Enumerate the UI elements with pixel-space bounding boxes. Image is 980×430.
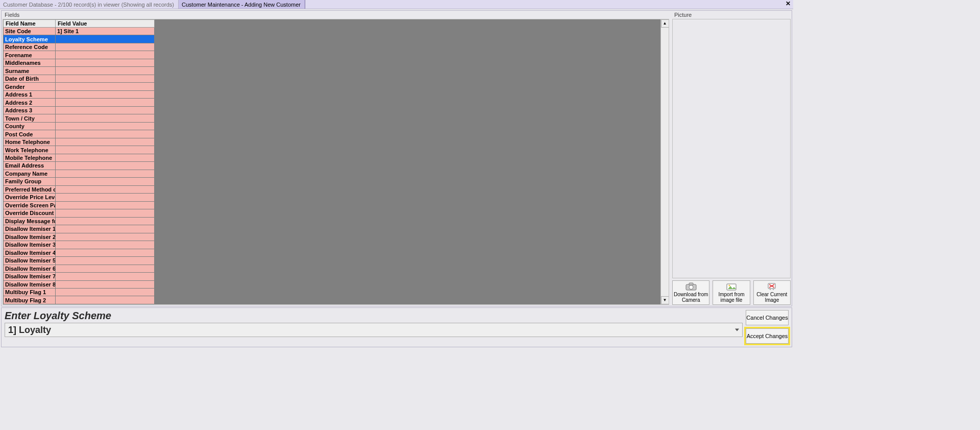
field-name-cell[interactable]: Home Telephone — [4, 138, 56, 146]
field-name-cell[interactable]: Disallow Itemiser 3 — [4, 241, 56, 249]
table-row[interactable]: Company Name — [4, 170, 155, 177]
field-name-cell[interactable]: Surname — [4, 67, 56, 75]
loyalty-scheme-combo[interactable]: 1] Loyalty — [5, 323, 743, 337]
field-value-cell[interactable] — [56, 296, 155, 304]
field-value-cell[interactable] — [56, 114, 155, 122]
field-value-cell[interactable] — [56, 75, 155, 82]
field-value-cell[interactable] — [56, 130, 155, 138]
import-from-file-button[interactable]: Import from image file — [713, 280, 750, 305]
table-row[interactable]: Reference Code — [4, 43, 155, 51]
table-row[interactable]: Disallow Itemiser 3 — [4, 241, 155, 249]
table-row[interactable]: Post Code — [4, 130, 155, 138]
field-value-cell[interactable] — [56, 178, 155, 185]
field-name-cell[interactable]: Override Discount Percentage — [4, 209, 56, 217]
cancel-changes-button[interactable]: Cancel Changes — [746, 310, 789, 325]
field-value-cell[interactable] — [56, 67, 155, 75]
field-value-cell[interactable] — [56, 257, 155, 265]
table-row[interactable]: Mobile Telephone — [4, 154, 155, 161]
field-name-cell[interactable]: Address 3 — [4, 106, 56, 114]
field-value-cell[interactable] — [56, 162, 155, 170]
field-value-cell[interactable] — [56, 99, 155, 106]
field-value-cell[interactable] — [56, 138, 155, 146]
grid-header-value[interactable]: Field Value — [56, 20, 155, 28]
accept-changes-button[interactable]: Accept Changes — [746, 328, 789, 344]
table-row[interactable]: Town / City — [4, 114, 155, 122]
field-name-cell[interactable]: Reference Code — [4, 43, 56, 51]
field-value-cell[interactable] — [56, 225, 155, 233]
field-value-cell[interactable] — [56, 122, 155, 130]
table-row[interactable]: Disallow Itemiser 4 — [4, 249, 155, 256]
vertical-scrollbar[interactable]: ▲ ▼ — [660, 19, 669, 304]
field-name-cell[interactable]: Disallow Itemiser 7 — [4, 273, 56, 280]
clear-image-button[interactable]: Clear Current Image — [753, 280, 791, 305]
field-value-cell[interactable] — [56, 185, 155, 193]
table-row[interactable]: Gender — [4, 83, 155, 90]
field-value-cell[interactable] — [56, 194, 155, 201]
table-row[interactable]: Family Group — [4, 178, 155, 185]
field-name-cell[interactable]: Loyalty Scheme — [4, 35, 56, 43]
field-name-cell[interactable]: Post Code — [4, 130, 56, 138]
table-row[interactable]: Disallow Itemiser 5 — [4, 257, 155, 265]
table-row[interactable]: Address 2 — [4, 99, 155, 106]
field-value-cell[interactable] — [56, 249, 155, 256]
field-name-cell[interactable]: Disallow Itemiser 5 — [4, 257, 56, 265]
field-value-cell[interactable] — [56, 35, 155, 43]
field-value-cell[interactable] — [56, 233, 155, 241]
field-name-cell[interactable]: Disallow Itemiser 4 — [4, 249, 56, 256]
field-name-cell[interactable]: Address 2 — [4, 99, 56, 106]
field-value-cell[interactable] — [56, 90, 155, 98]
field-name-cell[interactable]: Date of Birth — [4, 75, 56, 82]
field-value-cell[interactable]: 1] Site 1 — [56, 28, 155, 35]
field-name-cell[interactable]: Family Group — [4, 178, 56, 185]
table-row[interactable]: Multibuy Flag 1 — [4, 288, 155, 296]
table-row[interactable]: Override Screen Page for Group — [4, 201, 155, 209]
scroll-up-icon[interactable]: ▲ — [661, 19, 669, 28]
field-name-cell[interactable]: Disallow Itemiser 6 — [4, 265, 56, 272]
table-row[interactable]: Middlenames — [4, 59, 155, 66]
fields-grid[interactable]: Field Name Field Value Site Code1] Site … — [3, 19, 155, 304]
table-row[interactable]: Disallow Itemiser 2 — [4, 233, 155, 241]
field-name-cell[interactable]: Work Telephone — [4, 146, 56, 154]
field-name-cell[interactable]: Middlenames — [4, 59, 56, 66]
field-name-cell[interactable]: County — [4, 122, 56, 130]
field-name-cell[interactable]: Multibuy Flag 2 — [4, 296, 56, 304]
table-row[interactable]: Disallow Itemiser 7 — [4, 273, 155, 280]
field-name-cell[interactable]: Forename — [4, 51, 56, 59]
field-value-cell[interactable] — [56, 288, 155, 296]
field-value-cell[interactable] — [56, 201, 155, 209]
field-name-cell[interactable]: Disallow Itemiser 8 — [4, 280, 56, 288]
table-row[interactable]: Override Discount Percentage — [4, 209, 155, 217]
table-row[interactable]: Preferred Method of Contact — [4, 185, 155, 193]
table-row[interactable]: Site Code1] Site 1 — [4, 28, 155, 35]
field-name-cell[interactable]: Display Message for Clerk — [4, 217, 56, 225]
field-value-cell[interactable] — [56, 51, 155, 59]
table-row[interactable]: Date of Birth — [4, 75, 155, 82]
field-value-cell[interactable] — [56, 241, 155, 249]
field-value-cell[interactable] — [56, 170, 155, 177]
field-name-cell[interactable]: Gender — [4, 83, 56, 90]
table-row[interactable]: Display Message for Clerk — [4, 217, 155, 225]
field-name-cell[interactable]: Email Address — [4, 162, 56, 170]
table-row[interactable]: Address 1 — [4, 90, 155, 98]
field-value-cell[interactable] — [56, 273, 155, 280]
table-row[interactable]: Multibuy Flag 2 — [4, 296, 155, 304]
table-row[interactable]: Forename — [4, 51, 155, 59]
close-icon[interactable]: ✕ — [784, 0, 792, 8]
table-row[interactable]: Address 3 — [4, 106, 155, 114]
download-from-camera-button[interactable]: Download from Camera — [672, 280, 709, 305]
field-value-cell[interactable] — [56, 106, 155, 114]
field-name-cell[interactable]: Site Code — [4, 28, 56, 35]
table-row[interactable]: Email Address — [4, 162, 155, 170]
table-row[interactable]: Override Price Level for Group — [4, 194, 155, 201]
field-value-cell[interactable] — [56, 217, 155, 225]
field-name-cell[interactable]: Override Screen Page for Group — [4, 201, 56, 209]
field-value-cell[interactable] — [56, 59, 155, 66]
field-name-cell[interactable]: Address 1 — [4, 90, 56, 98]
field-value-cell[interactable] — [56, 265, 155, 272]
tab-customer-database[interactable]: Customer Database - 2/100 record(s) in v… — [0, 0, 179, 9]
field-value-cell[interactable] — [56, 280, 155, 288]
field-value-cell[interactable] — [56, 43, 155, 51]
table-row[interactable]: Loyalty Scheme — [4, 35, 155, 43]
field-value-cell[interactable] — [56, 154, 155, 161]
field-value-cell[interactable] — [56, 83, 155, 90]
